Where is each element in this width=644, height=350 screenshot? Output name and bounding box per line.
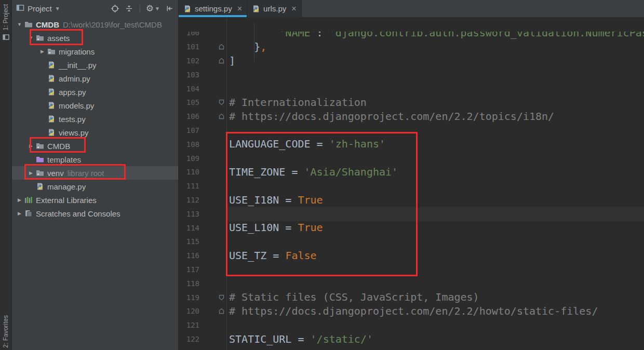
code-line-109[interactable]: 109 [179, 151, 644, 165]
line-number: 100 [179, 29, 199, 37]
project-panel: Project ▼ ⚙▼ ▼CMDBD:\work\2019\for_test\… [12, 0, 179, 350]
folder-icon [24, 20, 33, 29]
code-line-116[interactable]: 116USE_TZ = False [179, 249, 644, 263]
editor[interactable]: 100 'NAME': 'django.contrib.auth.passwor… [179, 17, 644, 350]
code-line-108[interactable]: 108LANGUAGE_CODE = 'zh-hans' [179, 137, 644, 151]
chevron-expanded-icon[interactable]: ▼ [15, 22, 24, 27]
folder-dot-icon [35, 169, 44, 177]
code-line-106[interactable]: 106# https://docs.djangoproject.com/en/2… [179, 110, 644, 124]
tree-item-label: tests.py [59, 115, 86, 124]
code-line-112[interactable]: 112USE_I18N = True [179, 193, 644, 207]
code-line-119[interactable]: 119# Static files (CSS, JavaScript, Imag… [179, 290, 644, 304]
code-line-114[interactable]: 114USE_L10N = True [179, 221, 644, 235]
folder-dot-icon [47, 47, 56, 56]
locate-file-icon[interactable] [111, 4, 120, 14]
collapse-all-icon[interactable] [125, 4, 134, 14]
toolbar-separator [140, 5, 140, 13]
fold-marker-icon[interactable] [199, 44, 229, 50]
left-tool-strip: 1: Project 2: Favorites [0, 0, 11, 350]
code-line-117[interactable]: 117 [179, 263, 644, 277]
hide-panel-icon[interactable] [165, 4, 174, 14]
tree-item-label: admin.py [59, 74, 90, 83]
tree-item-manage-py[interactable]: manage.py [12, 180, 178, 193]
code-line-121[interactable]: 121 [179, 318, 644, 332]
fold-marker-icon[interactable] [199, 308, 229, 314]
chevron-collapsed-icon[interactable]: ▶ [38, 49, 47, 54]
close-icon[interactable]: × [237, 5, 242, 13]
line-number: 103 [179, 71, 199, 79]
code-line-101[interactable]: 101 }, [179, 40, 644, 54]
code-line-107[interactable]: 107 [179, 124, 644, 138]
line-number: 120 [179, 307, 199, 315]
tree-item-label: templates [47, 155, 81, 164]
tree-item-label: views.py [59, 128, 89, 137]
code-line-122[interactable]: 122STATIC_URL = '/static/' [179, 332, 644, 346]
chevron-collapsed-icon[interactable]: ▶ [26, 170, 35, 176]
code-line-105[interactable]: 105# Internationalization [179, 96, 644, 110]
tree-item-init-py[interactable]: __init__.py [12, 58, 178, 72]
tab-urls-py[interactable]: urls.py× [247, 0, 302, 17]
chevron-down-icon[interactable]: ▼ [55, 6, 60, 11]
line-number: 110 [179, 168, 199, 176]
code-text: TIME_ZONE = 'Asia/Shanghai' [229, 165, 398, 179]
scratches-icon [24, 209, 33, 218]
tree-item-tests-py[interactable]: tests.py [12, 112, 178, 126]
tree-item-cmdb[interactable]: ▼CMDBD:\work\2019\for_test\CMDB [12, 18, 178, 31]
line-number: 101 [179, 43, 199, 51]
tree-item-views-py[interactable]: views.py [12, 126, 178, 139]
code-line-103[interactable]: 103 [179, 68, 644, 82]
python-file-icon [47, 101, 56, 110]
fold-marker-icon[interactable] [199, 58, 229, 64]
line-number: 114 [179, 224, 199, 232]
tree-item-models-py[interactable]: models.py [12, 99, 178, 112]
tree-item-templates[interactable]: templates [12, 153, 178, 166]
tree-item-apps-py[interactable]: apps.py [12, 85, 178, 99]
tree-item-label: __init__.py [59, 61, 97, 70]
code-text: LANGUAGE_CODE = 'zh-hans' [229, 137, 385, 151]
close-icon[interactable]: × [291, 5, 296, 13]
code-text: USE_TZ = False [229, 249, 317, 263]
python-file-icon [47, 128, 56, 137]
fold-marker-icon[interactable] [199, 294, 229, 301]
chevron-collapsed-icon[interactable]: ▶ [15, 197, 24, 203]
line-number: 111 [179, 182, 199, 190]
code-line-110[interactable]: 110TIME_ZONE = 'Asia/Shanghai' [179, 165, 644, 179]
tree-item-cmdb[interactable]: ▶CMDB [12, 139, 178, 153]
folder-templates-icon [35, 155, 44, 164]
code-line-111[interactable]: 111 [179, 179, 644, 193]
settings-gear-icon[interactable]: ⚙▼ [146, 4, 160, 13]
code-line-113[interactable]: 113 [179, 207, 644, 221]
tree-item-admin-py[interactable]: admin.py [12, 72, 178, 85]
code-lines: 100 'NAME': 'django.contrib.auth.passwor… [179, 26, 644, 346]
project-view-dropdown[interactable]: Project [28, 4, 52, 13]
chevron-expanded-icon[interactable]: ▼ [26, 35, 35, 41]
python-file-icon [47, 74, 56, 83]
python-file-icon [35, 182, 44, 191]
tree-item-venv[interactable]: ▶venvlibrary root [12, 166, 178, 180]
chevron-collapsed-icon[interactable]: ▶ [15, 211, 24, 216]
tab-settings-py[interactable]: settings.py× [179, 0, 247, 17]
code-line-100[interactable]: 100 'NAME': 'django.contrib.auth.passwor… [179, 26, 644, 40]
tree-item-label: apps.py [59, 88, 86, 97]
tree-item-external-libraries[interactable]: ▶External Libraries [12, 193, 178, 207]
line-number: 119 [179, 293, 199, 302]
tree-item-suffix: D:\work\2019\for_test\CMDB [63, 20, 162, 29]
tool-window-button-project[interactable]: 1: Project [0, 4, 11, 43]
code-line-120[interactable]: 120# https://docs.djangoproject.com/en/2… [179, 304, 644, 318]
python-file-icon [47, 115, 56, 123]
tool-window-button-favorites[interactable]: 2: Favorites [0, 315, 11, 348]
fold-marker-icon[interactable] [199, 113, 229, 119]
line-number: 107 [179, 126, 199, 134]
tree-item-label: models.py [59, 101, 94, 110]
chevron-collapsed-icon[interactable]: ▶ [26, 143, 35, 149]
code-line-118[interactable]: 118 [179, 276, 644, 290]
tree-item-scratches-and-consoles[interactable]: ▶Scratches and Consoles [12, 207, 178, 220]
code-line-115[interactable]: 115 [179, 235, 644, 249]
code-line-102[interactable]: 102] [179, 54, 644, 68]
fold-marker-icon[interactable] [199, 99, 229, 105]
code-text: USE_L10N = True [229, 221, 323, 235]
tree-item-assets[interactable]: ▼assets [12, 31, 178, 45]
tree-item-suffix: library root [68, 169, 104, 178]
tree-item-migrations[interactable]: ▶migrations [12, 45, 178, 58]
code-line-104[interactable]: 104 [179, 82, 644, 96]
